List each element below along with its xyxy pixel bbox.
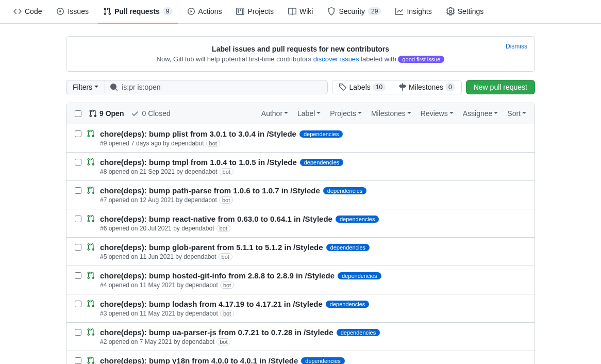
pr-open-icon [87, 158, 95, 166]
banner-title: Label issues and pull requests for new c… [75, 45, 526, 53]
tab-pull-requests[interactable]: Pull requests9 [98, 0, 178, 24]
filter-reviews[interactable]: Reviews [421, 109, 454, 118]
pr-select-checkbox[interactable] [75, 159, 81, 166]
pr-title-link[interactable]: chore(deps): bump tmpl from 1.0.4 to 1.0… [100, 158, 297, 167]
pr-toolbar: Filters Labels10 Milestones0 New pull re… [66, 80, 535, 94]
tab-settings[interactable]: Settings [441, 0, 489, 24]
tab-settings-label: Settings [458, 7, 484, 15]
pr-row: chore(deps): bump hosted-git-info from 2… [66, 266, 535, 294]
pr-select-checkbox[interactable] [75, 130, 81, 137]
banner-subtitle: Now, GitHub will help potential first-ti… [75, 55, 526, 63]
search-input[interactable] [105, 80, 328, 94]
caret-down-icon [494, 112, 498, 116]
pr-title-link[interactable]: chore(deps): bump path-parse from 1.0.6 … [100, 186, 320, 195]
pr-row: chore(deps): bump y18n from 4.0.0 to 4.0… [66, 351, 535, 364]
search-icon [110, 83, 118, 91]
shield-icon [327, 7, 336, 15]
tab-issues[interactable]: Issues [51, 0, 93, 24]
pr-select-checkbox[interactable] [75, 301, 81, 307]
select-all-checkbox[interactable] [75, 110, 81, 117]
filter-label[interactable]: Label [297, 109, 321, 118]
caret-down-icon [284, 112, 288, 116]
dependencies-label[interactable]: dependencies [300, 159, 344, 166]
pr-title-link[interactable]: chore(deps): bump react-native from 0.63… [100, 214, 332, 223]
milestones-button[interactable]: Milestones0 [392, 80, 461, 94]
pr-meta: #3 opened on 11 May 2021 by dependabot b… [100, 310, 526, 317]
dependencies-label[interactable]: dependencies [299, 130, 343, 138]
pr-open-icon [87, 243, 95, 251]
tab-insights[interactable]: Insights [390, 0, 437, 24]
tab-issues-label: Issues [68, 7, 88, 15]
dependencies-label[interactable]: dependencies [337, 329, 380, 336]
pr-title-link[interactable]: chore(deps): bump hosted-git-info from 2… [100, 271, 335, 280]
pr-meta-text: #6 opened on 20 Jul 2021 by dependabot [100, 225, 214, 232]
dependencies-label[interactable]: dependencies [301, 357, 345, 365]
filter-assignee[interactable]: Assignee [463, 109, 498, 118]
pr-open-icon [89, 109, 97, 118]
labels-milestones-group: Labels10 Milestones0 [332, 80, 461, 94]
tab-code[interactable]: Code [8, 0, 47, 24]
labels-button[interactable]: Labels10 [332, 80, 392, 94]
tab-wiki[interactable]: Wiki [283, 0, 318, 24]
repo-nav: Code Issues Pull requests9 Actions Proje… [0, 0, 601, 24]
filter-milestones[interactable]: Milestones [371, 109, 411, 118]
bot-badge: bot [219, 253, 232, 260]
filter-author[interactable]: Author [261, 109, 288, 118]
issue-icon [56, 7, 64, 15]
tab-wiki-label: Wiki [299, 7, 313, 15]
bot-badge: bot [220, 310, 234, 317]
pr-open-icon [87, 356, 95, 364]
filter-projects[interactable]: Projects [330, 109, 362, 118]
dismiss-link[interactable]: Dismiss [506, 43, 527, 50]
pr-meta: #4 opened on 11 May 2021 by dependabot b… [100, 282, 526, 289]
pr-select-checkbox[interactable] [75, 187, 81, 194]
pr-open-icon [87, 328, 95, 336]
filter-sort[interactable]: Sort [507, 109, 526, 118]
bot-badge: bot [220, 282, 234, 289]
open-filter[interactable]: 9 Open [89, 109, 124, 118]
pr-select-checkbox[interactable] [75, 357, 81, 364]
good-first-issue-label[interactable]: good first issue [398, 56, 444, 63]
pr-open-icon [87, 186, 95, 194]
pr-select-checkbox[interactable] [75, 329, 81, 336]
pr-title-link[interactable]: chore(deps): bump ua-parser-js from 0.7.… [100, 328, 333, 337]
pr-row: chore(deps): bump glob-parent from 5.1.1… [66, 238, 535, 266]
pr-select-checkbox[interactable] [75, 244, 81, 251]
dependencies-label[interactable]: dependencies [338, 272, 381, 279]
pr-meta-text: #8 opened on 21 Sep 2021 by dependabot [100, 168, 218, 175]
pr-title-link[interactable]: chore(deps): bump plist from 3.0.1 to 3.… [100, 129, 296, 138]
closed-filter[interactable]: 0 Closed [131, 109, 170, 118]
pr-title-link[interactable]: chore(deps): bump y18n from 4.0.0 to 4.0… [100, 356, 298, 364]
book-icon [288, 7, 296, 15]
filters-button[interactable]: Filters [66, 80, 105, 94]
pr-meta: #2 opened on 7 May 2021 by dependabot bo… [100, 338, 526, 345]
dependencies-label[interactable]: dependencies [336, 216, 379, 223]
pr-open-icon [87, 300, 95, 308]
tab-code-label: Code [25, 7, 42, 15]
pr-title-link[interactable]: chore(deps): bump glob-parent from 5.1.1… [100, 243, 323, 252]
tab-pulls-label: Pull requests [114, 7, 160, 15]
tab-security[interactable]: Security29 [322, 0, 386, 24]
pr-title-link[interactable]: chore(deps): bump lodash from 4.17.19 to… [100, 300, 323, 308]
milestone-icon [398, 83, 407, 91]
pr-select-checkbox[interactable] [75, 272, 81, 279]
tab-actions[interactable]: Actions [182, 0, 227, 24]
dependencies-label[interactable]: dependencies [326, 244, 370, 251]
pr-row: chore(deps): bump path-parse from 1.0.6 … [66, 181, 535, 209]
dependencies-label[interactable]: dependencies [323, 187, 367, 194]
security-count: 29 [368, 7, 381, 15]
discover-issues-link[interactable]: discover issues [313, 55, 359, 63]
pr-select-checkbox[interactable] [75, 216, 81, 222]
tab-security-label: Security [339, 7, 365, 15]
check-icon [131, 109, 139, 118]
caret-down-icon [449, 112, 454, 116]
caret-down-icon [522, 112, 526, 116]
new-pull-request-button[interactable]: New pull request [466, 80, 535, 94]
milestones-count: 0 [445, 83, 455, 91]
labels-count: 10 [373, 83, 386, 91]
pr-meta-text: #2 opened on 7 May 2021 by dependabot [100, 338, 214, 345]
pr-row: chore(deps): bump ua-parser-js from 0.7.… [66, 323, 535, 351]
tab-projects[interactable]: Projects [231, 0, 279, 24]
bot-badge: bot [216, 338, 230, 345]
dependencies-label[interactable]: dependencies [326, 301, 370, 308]
